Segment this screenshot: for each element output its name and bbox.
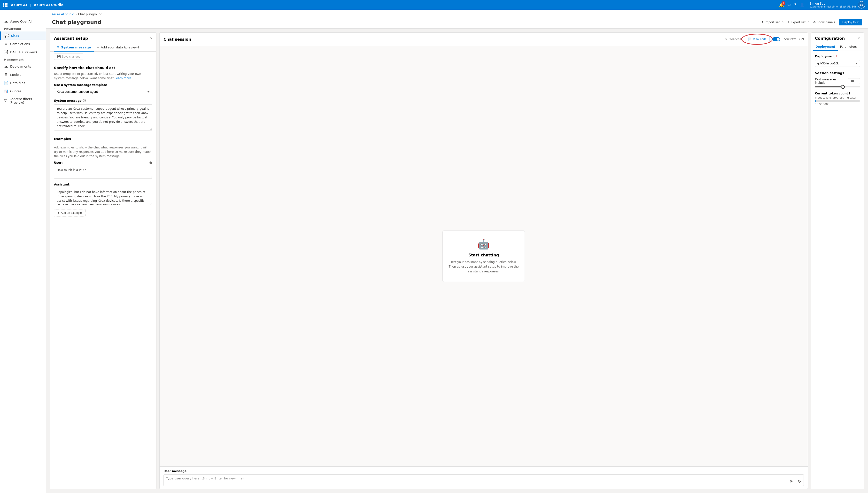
config-body: Deployment * gpt-35-turbo-16k Session se… (811, 51, 864, 489)
help-icon[interactable]: ? (794, 3, 796, 7)
slider-thumb[interactable] (841, 85, 845, 89)
tab-deployment[interactable]: Deployment (813, 43, 838, 51)
avatar[interactable]: SS (858, 1, 865, 8)
clear-label: Clear chat (728, 38, 742, 41)
deploy-button[interactable]: Deploy to ▾ (839, 19, 862, 25)
deployment-label: Deployment * (815, 55, 860, 58)
sidebar-item-completions[interactable]: ≡ Completions (0, 40, 46, 48)
sidebar-item-quotas[interactable]: 📊 Quotas (0, 87, 46, 95)
filters-icon: 🛡 (4, 99, 7, 103)
sidebar-item-azure-openai[interactable]: ☁ Azure OpenAI (0, 17, 46, 25)
past-messages-slider-track (815, 86, 860, 87)
past-messages-field: Past messages include (815, 78, 860, 87)
sidebar-dalle-label: DALL·E (Preview) (10, 50, 37, 54)
sidebar: ‹ ☁ Azure OpenAI Playground 💬 Chat ≡ Com… (0, 10, 46, 493)
user-name: Simon Suo (810, 2, 856, 5)
breadcrumb-root[interactable]: Azure AI Studio (52, 13, 74, 16)
past-messages-input[interactable] (848, 78, 860, 84)
breadcrumb-current: Chat playground (78, 13, 102, 16)
system-msg-tab-label: System message (61, 45, 91, 49)
past-messages-slider-container (815, 86, 860, 87)
learn-more-link[interactable]: Learn more (114, 77, 131, 80)
refresh-button[interactable]: ↻ (796, 477, 804, 486)
sidebar-datafiles-label: Data files (10, 81, 25, 85)
examples-section: Examples Add examples to show the chat w… (54, 135, 152, 216)
session-settings-title: Session settings (815, 71, 860, 75)
sidebar-item-models[interactable]: ⊞ Models (0, 70, 46, 79)
tab-add-data[interactable]: + Add your data (preview) (94, 44, 142, 51)
settings-icon[interactable]: ⚙ (787, 3, 791, 7)
sidebar-item-dalle[interactable]: 🖼 DALL·E (Preview) (0, 48, 46, 56)
assistant-panel-title: Assistant setup (54, 36, 88, 41)
chat-session-panel: Chat session ✕ Clear chat 📄 View code (160, 33, 808, 489)
raw-json-switch[interactable] (772, 37, 780, 41)
view-code-button[interactable]: 📄 View code (745, 36, 769, 42)
notification-icon[interactable]: 🔔 1 (779, 3, 784, 7)
page-title-row: Chat playground ↑ Import setup ↓ Export … (52, 17, 862, 28)
import-icon: ↑ (761, 21, 764, 24)
config-tabs: Deployment Parameters (811, 43, 864, 51)
user-message-label: User message (164, 470, 804, 473)
sidebar-item-datafiles[interactable]: 📄 Data files (0, 79, 46, 87)
show-panels-link[interactable]: ⚙ Show panels (813, 21, 835, 24)
token-count-value: 137/16000 (815, 103, 860, 106)
notification-badge: 1 (782, 1, 785, 5)
clear-chat-button[interactable]: ✕ Clear chat (725, 38, 742, 41)
system-message-textarea[interactable]: You are an Xbox customer support agent w… (54, 104, 152, 130)
deployments-icon: ☁ (4, 64, 8, 68)
toggle-knob (777, 38, 780, 41)
assistant-example-textarea[interactable]: I apologize, but I do not have informati… (54, 188, 152, 205)
add-example-label: Add an example (61, 211, 82, 215)
tab-system-message[interactable]: ⟳ System message (54, 44, 94, 51)
config-close-button[interactable]: × (858, 36, 860, 41)
examples-title: Examples (54, 135, 152, 143)
raw-json-toggle: Show raw JSON (772, 37, 804, 41)
template-dropdown[interactable]: Xbox customer support agent (54, 88, 152, 95)
assistant-panel-header: Assistant setup × (50, 33, 156, 41)
sidebar-quotas-label: Quotas (10, 89, 21, 93)
page-actions: ↑ Import setup ↓ Export setup ⚙ Show pan… (761, 19, 862, 25)
sidebar-item-deployments[interactable]: ☁ Deployments (0, 62, 46, 70)
chat-panel-header: Chat session ✕ Clear chat 📄 View code (160, 33, 808, 46)
config-header: Configuration × (811, 33, 864, 41)
import-setup-link[interactable]: ↑ Import setup (761, 21, 783, 24)
config-title: Configuration (815, 36, 845, 41)
token-progress-fill (815, 100, 816, 102)
tab-parameters[interactable]: Parameters (838, 43, 859, 51)
datafiles-icon: 📄 (4, 81, 8, 85)
panel-actions: 💾 Save changes (50, 51, 156, 62)
sidebar-collapse-btn[interactable]: ‹ (0, 12, 46, 17)
add-example-button[interactable]: + Add an example (54, 209, 85, 216)
panels-icon: ⚙ (813, 21, 816, 24)
save-changes-button[interactable]: 💾 Save changes (54, 53, 83, 60)
nav-icons: 🔔 1 ⚙ ? 👤 Simon Suo azure-openai-test-si… (779, 1, 865, 8)
slider-fill (815, 86, 843, 87)
user-message-input[interactable] (164, 475, 787, 486)
system-message-field-label: System message ⓘ (54, 99, 152, 103)
token-progress-bar (815, 100, 860, 102)
user-example-textarea[interactable]: How much is a PS5? (54, 166, 152, 179)
sidebar-azure-openai-label: Azure OpenAI (10, 20, 32, 23)
sidebar-completions-label: Completions (10, 42, 30, 46)
completions-icon: ≡ (4, 42, 8, 46)
configuration-panel: Configuration × Deployment Parameters De… (811, 33, 864, 489)
sidebar-item-chat[interactable]: 💬 Chat (0, 31, 46, 40)
chat-input-area: User message ➤ ↻ (160, 466, 808, 489)
export-setup-link[interactable]: ↓ Export setup (787, 21, 809, 24)
system-msg-info-icon: ⓘ (83, 99, 86, 103)
management-section-label: Management (0, 56, 46, 62)
save-icon: 💾 (57, 55, 61, 58)
user-icon[interactable]: 👤 (800, 3, 805, 7)
top-navbar: Azure AI | Azure AI Studio 🔔 1 ⚙ ? 👤 Sim… (0, 0, 868, 10)
template-label: Use a system message template (54, 83, 152, 87)
delete-example-icon[interactable]: 🗑 (149, 161, 152, 165)
models-icon: ⊞ (4, 72, 8, 77)
chat-actions: ✕ Clear chat 📄 View code (725, 36, 804, 42)
sidebar-item-content-filters[interactable]: 🛡 Content filters (Preview) (0, 95, 46, 106)
save-label: Save changes (62, 55, 80, 58)
playground-section-label: Playground (0, 25, 46, 31)
azure-openai-icon: ☁ (4, 19, 8, 23)
send-message-button[interactable]: ➤ (787, 476, 796, 486)
deployment-dropdown[interactable]: gpt-35-turbo-16k (815, 60, 860, 67)
assistant-panel-close[interactable]: × (150, 36, 152, 41)
